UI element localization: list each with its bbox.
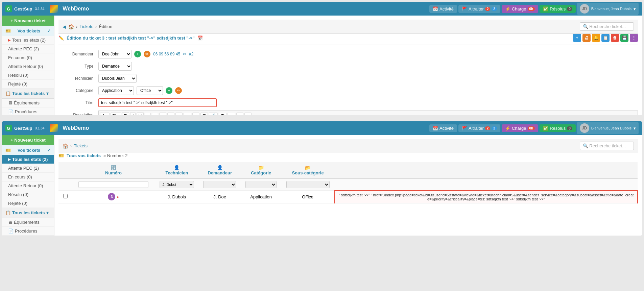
more-action-btn[interactable]: ⋮	[630, 34, 638, 42]
row-categorie-cell[interactable]: Application	[241, 191, 281, 203]
new-ticket-button[interactable]: + Nouveau ticket	[2, 16, 54, 26]
col-technicien[interactable]: 👤 Technicien	[155, 162, 199, 178]
col-categorie[interactable]: 📁 Catégorie	[241, 162, 281, 178]
charge-button[interactable]: ⚡ Charge 0h	[502, 5, 538, 13]
row-sous-categorie-cell[interactable]: Office	[281, 191, 335, 203]
align-left-btn[interactable]: ⬅	[175, 113, 183, 115]
sidebar-section-vos-tickets[interactable]: 🎫 Vos tickets ✓	[2, 26, 54, 36]
sidebar-item-en-cours-2[interactable]: En cours (0)	[2, 173, 54, 181]
technicien-select[interactable]: Dubois Jean	[98, 74, 137, 83]
align-right-btn[interactable]: ➡	[192, 113, 199, 115]
breadcrumb-tickets[interactable]: Tickets	[79, 24, 93, 29]
save-action-btn[interactable]: 💾	[620, 34, 628, 42]
underline-btn[interactable]: U	[137, 112, 144, 115]
user-menu[interactable]: JD Bienvenue, Jean Dubois ▾	[577, 3, 639, 15]
categorie-add-btn[interactable]: +	[166, 87, 172, 94]
demandeur-select[interactable]: Doe John	[98, 50, 132, 58]
font-btn[interactable]: A ▾	[100, 113, 110, 115]
sidebar-item-attente-retour[interactable]: Attente Retour (0)	[2, 62, 54, 71]
type-select[interactable]: Demande	[98, 62, 132, 71]
search-box-2[interactable]: 🔍 Recherche ticket...	[580, 142, 634, 150]
user-menu-2[interactable]: JD Bienvenue, Jean Dubois ▾	[577, 122, 639, 134]
titre-input[interactable]	[98, 98, 217, 107]
sidebar-item-tous-les-etats-2[interactable]: ▶ Tous les états (2)	[2, 155, 54, 164]
charge-label: Charge	[512, 6, 526, 11]
bell-action-btn[interactable]: 🔔	[592, 34, 600, 42]
print-action-btn[interactable]: 🖨	[582, 34, 591, 42]
sidebar-item-en-cours[interactable]: En cours (0)	[2, 53, 54, 62]
indent-btn[interactable]: ⇤	[159, 113, 166, 115]
sidebar-item-resolu-2[interactable]: Résolu (0)	[2, 190, 54, 199]
heading-btn[interactable]: T​I ▾	[111, 113, 121, 115]
filter-categorie-select[interactable]	[245, 181, 277, 188]
search-box[interactable]: 🔍 Recherche ticket...	[580, 22, 634, 31]
sidebar-section-vos-tickets-2[interactable]: 🎫 Vos tickets ✓	[2, 145, 54, 155]
link-btn[interactable]: 🔗	[209, 113, 218, 115]
sous-categorie-icon: 📂	[283, 165, 333, 170]
row-technicien-cell[interactable]: J. Dubois	[155, 191, 199, 203]
align-justify-btn[interactable]: ☰	[200, 113, 208, 115]
sidebar-item-attente-retour-2[interactable]: Attente Retour (0)	[2, 181, 54, 190]
sidebar-item-attente-pec-2[interactable]: Attente PEC (2)	[2, 164, 54, 173]
list-ol-btn[interactable]: ≡	[152, 113, 158, 116]
demandeur-edit-btn[interactable]: ✏	[144, 51, 150, 57]
sidebar-item-resolu[interactable]: Résolu (0)	[2, 71, 54, 80]
new-ticket-button-2[interactable]: + Nouveau ticket	[2, 135, 54, 145]
sidebar-section-tous-les-tickets[interactable]: 📋 Tous les tickets ▾	[2, 89, 54, 99]
ticket-id-badge[interactable]: 3	[108, 193, 115, 200]
filter-sous-categorie-select[interactable]	[286, 181, 330, 188]
sidebar-item-procedures-2[interactable]: 📄 Procédures	[2, 227, 54, 236]
categorie-edit-btn[interactable]: ✏	[175, 87, 182, 94]
outdent-btn[interactable]: ⇥	[167, 113, 174, 115]
charge-button-2[interactable]: ⚡ Charge 0h	[502, 124, 538, 132]
row-demandeur-cell[interactable]: J. Doe	[199, 191, 241, 203]
sidebar-section-tous-les-tickets-2[interactable]: 📋 Tous les tickets ▾	[2, 208, 54, 218]
redo-btn[interactable]: ↪	[244, 113, 252, 115]
activite-button-2[interactable]: 📅 Activité	[429, 124, 457, 132]
sidebar-item-rejete[interactable]: Rejeté (0)	[2, 80, 54, 89]
activite-button[interactable]: 📅 Activité	[429, 5, 457, 13]
list-ul-btn[interactable]: ≡	[145, 113, 151, 116]
sidebar-item-attente-pec[interactable]: Attente PEC (2)	[2, 45, 54, 53]
resolus-button-2[interactable]: ✅ Résolus 0	[540, 124, 576, 132]
sidebar-item-equipements-2[interactable]: 🖥 Équipements	[2, 218, 54, 227]
col-numero[interactable]: 🔢 Numéro	[72, 162, 155, 178]
technicien-row: Technicien : Dubois Jean	[58, 74, 638, 83]
filter-numero-input[interactable]	[78, 181, 148, 188]
demandeur-add-btn[interactable]: +	[134, 51, 141, 57]
bold-btn[interactable]: B	[122, 112, 129, 115]
col-demandeur[interactable]: 👤 Demandeur	[199, 162, 241, 178]
row-checkbox[interactable]	[63, 194, 68, 198]
filter-demandeur-select[interactable]	[203, 181, 236, 188]
row-xss-cell[interactable]: " sdfsdjkfh test "->" " href="./index.ph…	[335, 191, 638, 203]
italic-btn[interactable]: I	[130, 112, 136, 115]
highlight-btn[interactable]: ▬	[228, 113, 235, 116]
calendar2-icon: 📅	[197, 35, 203, 41]
undo-btn[interactable]: ↩	[236, 113, 243, 115]
app-name-2: GestSup	[14, 126, 32, 131]
delete-action-btn[interactable]: 🗑	[611, 34, 619, 42]
sidebar-item-procedures[interactable]: 📄 Procédures	[2, 107, 54, 115]
ticket-ref[interactable]: #2	[189, 52, 193, 56]
breadcrumb-tickets-2[interactable]: Tickets	[74, 143, 88, 148]
col-sous-categorie[interactable]: 📂 Sous-catégorie	[281, 162, 335, 178]
attente-retour-label: Attente Retour (0)	[8, 64, 43, 69]
back-button[interactable]: ◀	[63, 24, 66, 29]
add-action-btn[interactable]: +	[573, 34, 581, 42]
sidebar-item-equipements[interactable]: 🖥 Équipements	[2, 99, 54, 107]
phone-number[interactable]: 06 09 56 89 45	[153, 52, 180, 56]
email-icon[interactable]: ✉	[183, 52, 186, 56]
atraiter-button-2[interactable]: 🚩 A traiter 2 2	[458, 124, 500, 132]
sidebar-item-rejete-2[interactable]: Rejeté (0)	[2, 199, 54, 208]
categorie-select1[interactable]: Application	[98, 86, 134, 95]
sidebar-item-tous-les-etats[interactable]: ▶ Tous les états (2)	[2, 36, 54, 45]
technicien-icon: 👤	[157, 165, 197, 170]
align-center-btn[interactable]: ↔	[184, 113, 191, 116]
categorie-select2[interactable]: Office	[137, 86, 163, 95]
resolus-button[interactable]: ✅ Résolus 0	[540, 5, 576, 13]
image-btn[interactable]: 🖼	[219, 113, 226, 116]
copy-action-btn[interactable]: 📋	[601, 34, 610, 42]
app-logo-2: G GestSup 3.1.34	[5, 125, 44, 131]
atraiter-button[interactable]: 🚩 A traiter 2 2	[458, 5, 500, 13]
filter-technicien-select[interactable]: J. Duboi	[160, 181, 194, 188]
